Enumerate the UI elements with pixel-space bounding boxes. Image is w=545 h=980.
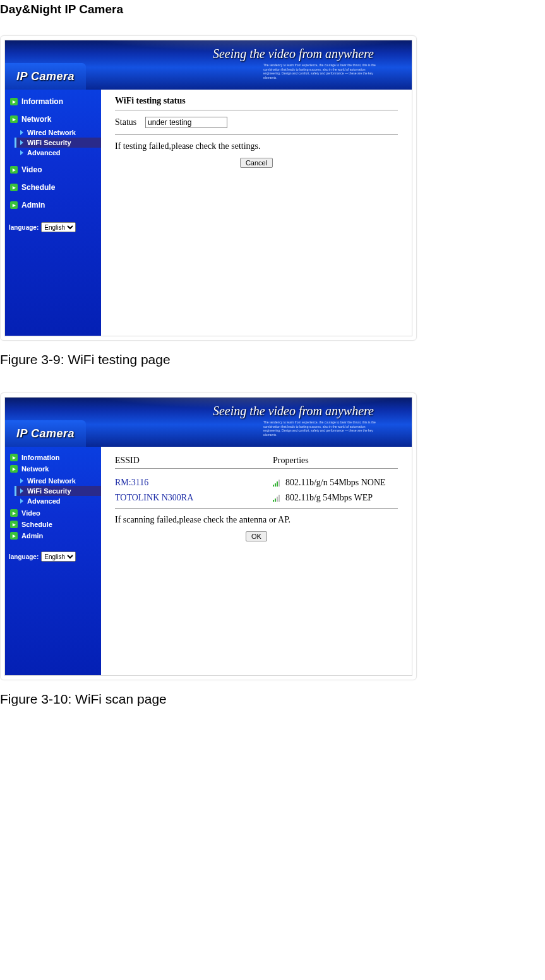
arrow-icon: ▸: [10, 509, 18, 517]
figure-caption-3-10: Figure 3-10: WiFi scan page: [0, 685, 545, 732]
content-panel: ESSID Properties RM:3116 802.11b/g/n 54M…: [101, 447, 412, 675]
sidebar-item-information[interactable]: ▸Information: [5, 95, 101, 109]
signal-icon: [273, 480, 282, 487]
document-title: Day&Night IP Camera: [0, 0, 545, 35]
status-input[interactable]: [145, 117, 227, 128]
screenshot-wifi-testing: Seeing the video from anywhere The tende…: [0, 35, 417, 341]
sidebar-item-video[interactable]: ▸Video: [5, 507, 101, 519]
arrow-icon: ▸: [10, 521, 18, 528]
triangle-icon: [20, 130, 23, 135]
arrow-icon: ▸: [10, 115, 18, 123]
sidebar-subitem-wifi-security[interactable]: WiFi Security: [15, 486, 101, 496]
arrow-icon: ▸: [10, 532, 18, 540]
sidebar-item-admin[interactable]: ▸Admin: [5, 198, 101, 212]
app-banner: Seeing the video from anywhere The tende…: [5, 398, 412, 447]
logo: IP Camera: [5, 420, 86, 447]
arrow-icon: ▸: [10, 98, 18, 105]
sidebar-subitem-advanced[interactable]: Advanced: [16, 496, 101, 506]
arrow-icon: ▸: [10, 184, 18, 191]
app-banner: Seeing the video from anywhere The tende…: [5, 40, 412, 90]
essid-link[interactable]: TOTOLINK N300RA: [115, 493, 273, 503]
triangle-icon: [20, 140, 23, 145]
banner-fine-text: The tendency to learn from experience, t…: [263, 63, 383, 80]
triangle-icon: [20, 488, 23, 493]
properties-text: 802.11b/g 54Mbps WEP: [285, 493, 373, 503]
content-panel: WiFi testing status Status If testing fa…: [101, 90, 412, 336]
arrow-icon: ▸: [10, 201, 18, 209]
triangle-icon: [20, 499, 23, 504]
col-properties: Properties: [273, 456, 398, 466]
sidebar-subitem-wifi-security[interactable]: WiFi Security: [15, 138, 101, 148]
sidebar-subitem-wired-network[interactable]: Wired Network: [16, 476, 101, 486]
triangle-icon: [20, 150, 23, 155]
banner-fine-text: The tendency to learn from experience, t…: [263, 420, 383, 437]
figure-caption-3-9: Figure 3-9: WiFi testing page: [0, 346, 545, 393]
ok-button[interactable]: OK: [246, 531, 267, 541]
arrow-icon: ▸: [10, 166, 18, 174]
sidebar-item-video[interactable]: ▸Video: [5, 163, 101, 177]
arrow-icon: ▸: [10, 465, 18, 473]
triangle-icon: [20, 478, 23, 483]
screenshot-wifi-scan: Seeing the video from anywhere The tende…: [0, 393, 417, 680]
essid-link[interactable]: RM:3116: [115, 478, 273, 488]
sidebar: ▸Information ▸Network Wired Network WiFi…: [5, 447, 101, 675]
testing-note: If testing failed,please check the setti…: [115, 141, 398, 151]
scan-row: RM:3116 802.11b/g/n 54Mbps NONE: [115, 475, 398, 490]
sidebar-item-information[interactable]: ▸Information: [5, 452, 101, 463]
sidebar-item-network[interactable]: ▸Network: [5, 112, 101, 126]
sidebar-item-admin[interactable]: ▸Admin: [5, 530, 101, 541]
scan-note: If scanning failed,please check the ante…: [115, 515, 398, 525]
sidebar-item-schedule[interactable]: ▸Schedule: [5, 519, 101, 530]
sidebar-item-schedule[interactable]: ▸Schedule: [5, 180, 101, 194]
language-selector: language: English: [9, 552, 97, 562]
signal-icon: [273, 495, 282, 502]
col-essid: ESSID: [115, 456, 273, 466]
sidebar-subitem-advanced[interactable]: Advanced: [16, 148, 101, 158]
sidebar: ▸Information ▸Network Wired Network WiFi…: [5, 90, 101, 336]
content-heading: WiFi testing status: [115, 96, 398, 106]
banner-tagline: Seeing the video from anywhere: [213, 47, 374, 61]
scan-row: TOTOLINK N300RA 802.11b/g 54Mbps WEP: [115, 490, 398, 505]
scan-table-header: ESSID Properties: [115, 456, 398, 466]
status-label: Status: [115, 117, 141, 127]
properties-text: 802.11b/g/n 54Mbps NONE: [285, 478, 386, 488]
language-select[interactable]: English: [41, 552, 76, 562]
language-select[interactable]: English: [41, 222, 76, 232]
sidebar-item-network[interactable]: ▸Network: [5, 463, 101, 475]
banner-tagline: Seeing the video from anywhere: [213, 404, 374, 418]
sidebar-subitem-wired-network[interactable]: Wired Network: [16, 127, 101, 138]
language-selector: language: English: [9, 222, 97, 232]
logo: IP Camera: [5, 63, 86, 90]
arrow-icon: ▸: [10, 454, 18, 461]
cancel-button[interactable]: Cancel: [240, 158, 273, 168]
